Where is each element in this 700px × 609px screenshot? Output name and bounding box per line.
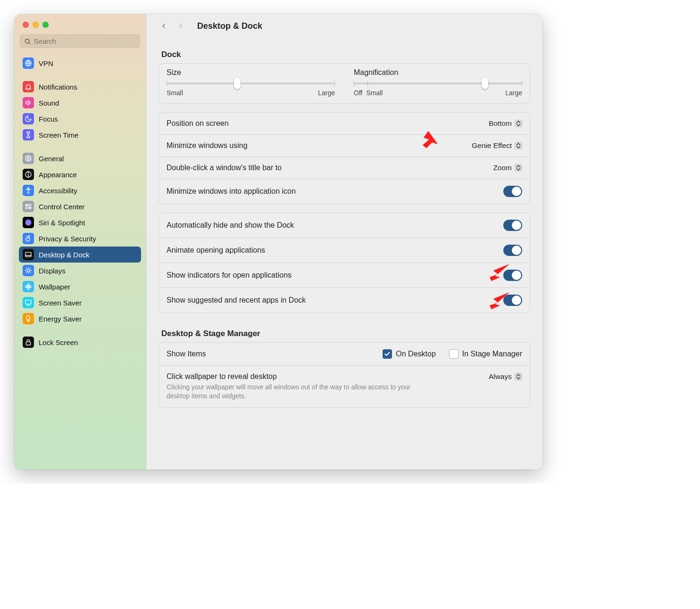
settings-window: VPNNotificationsSoundFocusScreen TimeGen… [14, 14, 542, 469]
select-stepper-icon [515, 142, 522, 149]
select-stepper-icon [515, 373, 522, 380]
setting-row-minimize-windows-into-application-icon: Minimize windows into application icon [159, 179, 530, 204]
setting-row-show-indicators-for-open-applications: Show indicators for open applications [159, 263, 530, 288]
annotation-arrow-2 [488, 264, 509, 283]
sidebar-item-label: Desktop & Dock [39, 251, 90, 259]
svg-marker-4 [26, 100, 29, 105]
sidebar-item-label: Focus [39, 115, 58, 123]
moon-icon [23, 113, 34, 124]
sidebar-item-general[interactable]: General [19, 150, 141, 166]
appearance-icon [23, 169, 34, 180]
search-input[interactable] [34, 37, 136, 45]
on-desktop-label: On Desktop [396, 350, 435, 358]
sidebar-item-appearance[interactable]: Appearance [19, 166, 141, 182]
setting-row-show-suggested-and-recent-apps-in-dock: Show suggested and recent apps in Dock [159, 288, 530, 313]
setting-label: Automatically hide and show the Dock [167, 221, 294, 230]
on-desktop-checkbox[interactable] [383, 349, 392, 359]
reveal-desktop-desc: Clicking your wallpaper will move all wi… [167, 383, 412, 401]
dock-size-slider[interactable] [167, 82, 335, 85]
svg-line-1 [29, 42, 30, 44]
toggle-animate-opening-applications[interactable] [503, 245, 522, 256]
search-icon [24, 38, 31, 45]
dock-settings-group-2: Automatically hide and show the DockAnim… [158, 213, 530, 313]
svg-line-23 [30, 268, 30, 269]
mag-max-label: Large [505, 89, 522, 97]
setting-row-position-on-screen: Position on screenBottom [159, 113, 530, 134]
maximize-button[interactable] [42, 22, 49, 28]
setting-label: Minimize windows using [167, 141, 248, 150]
sidebar-item-lock-screen[interactable]: Lock Screen [19, 334, 141, 350]
svg-point-25 [27, 284, 29, 286]
nav-forward-button[interactable] [175, 21, 186, 31]
sidebar-item-control-center[interactable]: Control Center [19, 198, 141, 214]
dock-section-title: Dock [161, 50, 530, 59]
sidebar-item-wallpaper[interactable]: Wallpaper [19, 279, 141, 295]
sidebar-item-desktop-dock[interactable]: Desktop & Dock [19, 247, 141, 263]
hourglass-icon [23, 129, 34, 140]
reveal-desktop-row: Click wallpaper to reveal desktop Clicki… [159, 365, 530, 407]
svg-point-26 [27, 288, 29, 289]
sidebar-item-label: Screen Time [39, 131, 78, 139]
setting-row-minimize-windows-using: Minimize windows usingGenie Effect [159, 134, 530, 156]
dock-magnification-slider[interactable] [354, 82, 522, 85]
svg-rect-13 [25, 252, 31, 256]
sidebar-item-sound[interactable]: Sound [19, 95, 141, 111]
sidebar-item-label: Energy Saver [39, 315, 82, 323]
sidebar-item-label: Control Center [39, 203, 85, 211]
sidebar-item-label: Displays [39, 267, 66, 275]
select-position-on-screen[interactable]: Bottom [489, 119, 522, 128]
sidebar: VPNNotificationsSoundFocusScreen TimeGen… [14, 14, 146, 469]
svg-line-21 [30, 272, 30, 272]
minimize-button[interactable] [33, 22, 39, 28]
select-double-click-a-window-s-title-bar-to[interactable]: Zoom [493, 164, 522, 172]
nav-back-button[interactable] [158, 21, 169, 31]
close-button[interactable] [23, 22, 29, 28]
select-minimize-windows-using[interactable]: Genie Effect [472, 141, 522, 150]
dock-magnification-group: Magnification Off Small Large [354, 68, 522, 97]
content: Dock Size Small Large [146, 38, 542, 427]
sidebar-item-energy-saver[interactable]: Energy Saver [19, 311, 141, 327]
window-controls [14, 14, 146, 34]
sidebar-item-privacy-security[interactable]: Privacy & Security [19, 230, 141, 247]
bulb-icon [23, 313, 34, 324]
svg-point-11 [29, 207, 30, 208]
mag-min-label: Small [366, 89, 383, 97]
setting-row-animate-opening-applications: Animate opening applications [159, 238, 530, 263]
setting-label: Position on screen [167, 119, 229, 128]
sidebar-item-focus[interactable]: Focus [19, 111, 141, 127]
stage-section-title: Desktop & Stage Manager [161, 329, 530, 338]
svg-rect-31 [26, 342, 30, 345]
svg-point-10 [26, 205, 27, 206]
svg-marker-33 [490, 264, 509, 281]
main-header: Desktop & Dock [146, 14, 542, 38]
svg-point-27 [25, 286, 27, 288]
reveal-desktop-value: Always [489, 372, 512, 381]
sidebar-item-displays[interactable]: Displays [19, 263, 141, 279]
accessibility-icon [23, 185, 34, 196]
sidebar-item-notifications[interactable]: Notifications [19, 79, 141, 95]
sidebar-item-label: General [39, 155, 64, 163]
sidebar-item-screen-saver[interactable]: Screen Saver [19, 295, 141, 311]
sidebar-item-label: Notifications [39, 83, 77, 91]
reveal-desktop-select[interactable]: Always [489, 372, 522, 381]
size-min-label: Small [167, 89, 183, 97]
in-stage-label: In Stage Manager [462, 350, 522, 358]
size-max-label: Large [318, 89, 335, 97]
sidebar-item-label: Siri & Spotlight [39, 219, 85, 227]
annotation-arrow-1 [423, 130, 442, 151]
setting-row-double-click-a-window-s-title-bar-to: Double-click a window's title bar toZoom [159, 156, 530, 179]
toggle-minimize-windows-into-application-icon[interactable] [503, 186, 522, 197]
gear-icon [23, 153, 34, 164]
sidebar-item-screen-time[interactable]: Screen Time [19, 127, 141, 143]
select-value: Bottom [489, 119, 512, 128]
toggle-automatically-hide-and-show-the-dock[interactable] [503, 220, 522, 231]
search-field[interactable] [20, 34, 140, 48]
in-stage-checkbox[interactable] [449, 349, 458, 359]
main-panel: Desktop & Dock Dock Size [146, 14, 542, 469]
svg-rect-29 [25, 300, 31, 304]
sidebar-item-siri-spotlight[interactable]: Siri & Spotlight [19, 214, 141, 230]
sidebar-item-vpn[interactable]: VPN [19, 55, 141, 71]
sidebar-item-accessibility[interactable]: Accessibility [19, 182, 141, 198]
mag-off-label: Off [354, 89, 362, 97]
setting-label: Minimize windows into application icon [167, 187, 296, 196]
